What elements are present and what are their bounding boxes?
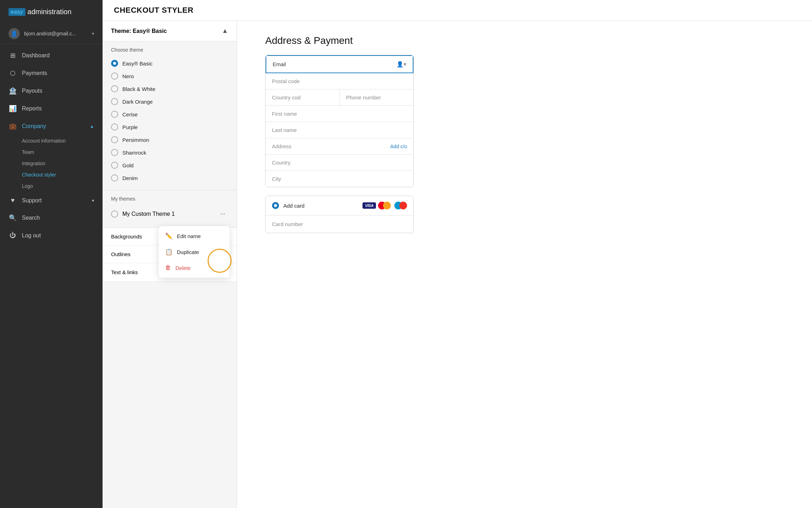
maestro-red-circle	[399, 202, 407, 209]
app-logo: easy administration	[0, 0, 103, 24]
sidebar-item-label: Payouts	[22, 88, 42, 94]
preview-panel: Address & Payment Email 👤▾ Postal code C…	[237, 21, 812, 508]
card-number-field[interactable]: Card number	[266, 215, 413, 233]
edit-icon: ✏️	[165, 232, 173, 240]
theme-label: Persimmon	[122, 137, 149, 143]
my-theme-item: My Custom Theme 1 ···	[111, 206, 228, 222]
radio-cerise	[111, 111, 118, 118]
theme-label: Shamrock	[122, 150, 146, 156]
sidebar-item-support[interactable]: ♥ Support ▾	[0, 192, 103, 209]
email-placeholder: Email	[273, 61, 286, 67]
theme-option-gold[interactable]: Gold	[111, 159, 228, 172]
preview-title: Address & Payment	[265, 35, 784, 46]
sidebar-item-logo[interactable]: Logo	[22, 180, 103, 192]
payouts-icon: 🏦	[8, 87, 17, 95]
theme-option-persimmon[interactable]: Persimmon	[111, 133, 228, 146]
logo-text: administration	[28, 8, 72, 16]
theme-option-dark-orange[interactable]: Dark Orange	[111, 95, 228, 108]
phone-row: Country cod Phone number	[266, 90, 413, 106]
logo-easy: easy	[8, 8, 25, 16]
sidebar-item-label: Reports	[22, 105, 42, 112]
chevron-up-icon: ▲	[90, 124, 94, 129]
sidebar-item-logout[interactable]: ⏻ Log out	[0, 227, 103, 244]
duplicate-icon: 📋	[165, 248, 173, 256]
theme-label: Cerise	[122, 111, 138, 117]
delete-label: Delete	[175, 265, 191, 271]
edit-name-menu-item[interactable]: ✏️ Edit name	[159, 228, 230, 244]
theme-option-nero[interactable]: Nero	[111, 70, 228, 82]
choose-theme-label: Choose theme	[111, 47, 228, 53]
user-circle-icon: 👤▾	[396, 61, 406, 68]
payment-card: Add card VISA Card number	[265, 196, 414, 233]
more-options-button[interactable]: ···	[217, 209, 228, 219]
avatar: 👤	[8, 28, 20, 39]
sidebar-item-payouts[interactable]: 🏦 Payouts	[0, 82, 103, 100]
sidebar-item-team[interactable]: Team	[22, 146, 103, 158]
content-area: Theme: Easy® Basic ▲ Choose theme Easy® …	[103, 21, 812, 508]
phone-field[interactable]: Phone number	[340, 90, 414, 105]
postal-code-field[interactable]: Postal code	[266, 73, 413, 90]
text-links-label: Text & links	[111, 269, 138, 275]
sidebar-item-checkout[interactable]: Checkout styler	[22, 169, 103, 180]
sidebar-item-label: Company	[22, 123, 46, 129]
country-code-field[interactable]: Country cod	[266, 90, 340, 105]
sidebar-item-dashboard[interactable]: ⊞ Dashboard	[0, 47, 103, 64]
add-co-link[interactable]: Add c/o	[390, 144, 407, 149]
radio-shamrock	[111, 149, 118, 156]
sidebar-item-label: Dashboard	[22, 52, 50, 59]
first-name-field[interactable]: First name	[266, 106, 413, 122]
sidebar-item-label: Search	[22, 215, 40, 221]
sidebar-item-search[interactable]: 🔍 Search	[0, 209, 103, 227]
radio-easy-basic	[111, 60, 118, 67]
sidebar-item-reports[interactable]: 📊 Reports	[0, 100, 103, 117]
sidebar-item-account[interactable]: Account information	[22, 135, 103, 146]
trash-icon: 🗑	[165, 264, 171, 271]
card-logos: VISA	[362, 202, 407, 209]
theme-option-denim[interactable]: Denim	[111, 172, 228, 184]
theme-label: Easy® Basic	[122, 60, 152, 67]
sidebar-item-company[interactable]: 💼 Company ▲	[0, 117, 103, 135]
chevron-up-icon[interactable]: ▲	[222, 27, 228, 35]
user-email: bjorn.andrist@gmail.c...	[24, 31, 88, 36]
theme-option-cerise[interactable]: Cerise	[111, 108, 228, 121]
maestro-logo	[394, 202, 407, 209]
context-menu: ✏️ Edit name 📋 Duplicate 🗑 Delete	[159, 226, 230, 278]
chevron-down-icon: ▾	[92, 31, 94, 36]
theme-option-purple[interactable]: Purple	[111, 121, 228, 133]
payment-card-header: Add card VISA	[266, 196, 413, 215]
sidebar-item-integration[interactable]: Integration	[22, 158, 103, 169]
outlines-label: Outlines	[111, 251, 130, 257]
country-field[interactable]: Country	[266, 155, 413, 171]
sidebar-item-payments[interactable]: ⬡ Payments	[0, 64, 103, 82]
heart-icon: ♥	[8, 197, 17, 204]
city-field[interactable]: City	[266, 171, 413, 187]
theme-option-easy-basic[interactable]: Easy® Basic	[111, 57, 228, 70]
radio-dark-orange	[111, 98, 118, 105]
last-name-field[interactable]: Last name	[266, 122, 413, 138]
grid-icon: ⊞	[8, 52, 17, 59]
choose-theme-section: Choose theme Easy® Basic Nero Black & Wh…	[103, 41, 237, 190]
radio-persimmon	[111, 136, 118, 143]
radio-add-card[interactable]	[272, 202, 279, 209]
mc-orange-circle	[383, 202, 391, 209]
delete-menu-item[interactable]: 🗑 Delete	[159, 260, 230, 276]
edit-name-label: Edit name	[177, 233, 201, 239]
email-field[interactable]: Email 👤▾	[266, 55, 413, 73]
visa-logo: VISA	[362, 202, 376, 209]
theme-option-shamrock[interactable]: Shamrock	[111, 146, 228, 159]
address-placeholder: Address	[272, 143, 291, 149]
company-subnav: Account information Team Integration Che…	[0, 135, 103, 192]
topbar: CHECKOUT STYLER	[103, 0, 812, 21]
chevron-down-icon: ▾	[92, 198, 94, 203]
duplicate-menu-item[interactable]: 📋 Duplicate	[159, 244, 230, 260]
sidebar-item-label: Payments	[22, 70, 47, 76]
theme-label: Gold	[122, 162, 134, 168]
payments-icon: ⬡	[8, 69, 17, 77]
theme-label: Nero	[122, 73, 134, 79]
add-card-label: Add card	[283, 203, 358, 209]
theme-option-black-white[interactable]: Black & White	[111, 82, 228, 95]
logout-icon: ⏻	[8, 232, 17, 239]
user-menu[interactable]: 👤 bjorn.andrist@gmail.c... ▾	[0, 24, 103, 44]
my-themes-section: My themes My Custom Theme 1 ···	[103, 190, 237, 227]
address-field[interactable]: Address Add c/o	[266, 138, 413, 155]
